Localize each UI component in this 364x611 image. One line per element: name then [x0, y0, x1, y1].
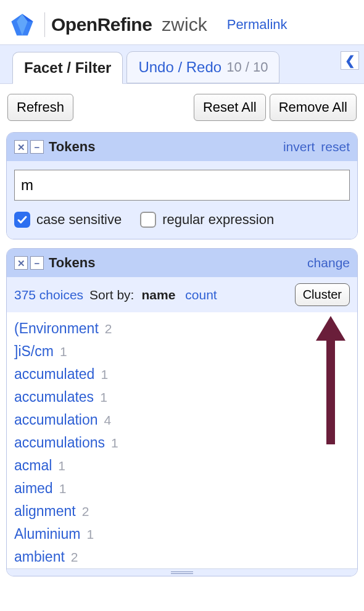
facet-title: Tokens — [49, 255, 95, 271]
facet-header: ✕ − Tokens change — [7, 249, 357, 277]
choice-label[interactable]: accumulated — [14, 366, 94, 383]
choice-label[interactable]: accumulation — [14, 412, 98, 428]
list-item: accumulated1 — [14, 363, 350, 386]
text-filter-body: case sensitive regular expression — [7, 161, 357, 239]
undo-redo-count: 10 / 10 — [226, 59, 268, 75]
vertical-divider — [44, 12, 45, 37]
minus-icon: − — [35, 259, 40, 268]
checkbox-label: case sensitive — [36, 212, 122, 228]
permalink-link[interactable]: Permalink — [227, 17, 287, 33]
list-item: accumulations1 — [14, 431, 350, 454]
choice-label[interactable]: aimed — [14, 480, 53, 497]
checkbox-label: regular expression — [162, 212, 274, 228]
list-item: ambient2 — [14, 546, 350, 568]
facet-title: Tokens — [49, 139, 95, 155]
choice-count: 2 — [71, 550, 78, 565]
close-facet-button[interactable]: ✕ — [14, 140, 28, 154]
brand-name: OpenRefine — [51, 14, 152, 35]
choice-label[interactable]: acmal — [14, 457, 52, 474]
project-name: zwick — [162, 14, 207, 35]
choice-count: 1 — [58, 459, 65, 473]
choices-count-link[interactable]: 375 choices — [14, 288, 83, 302]
choice-count: 4 — [104, 413, 112, 428]
facet-actions-row: Refresh Reset All Remove All — [0, 84, 364, 128]
list-item: (Environment2 — [14, 317, 350, 340]
tab-facet-filter[interactable]: Facet / Filter — [12, 52, 123, 84]
chevron-left-icon: ❮ — [345, 53, 355, 68]
case-sensitive-checkbox[interactable]: case sensitive — [14, 212, 122, 228]
choice-count: 1 — [60, 344, 67, 359]
filter-text-input[interactable] — [21, 177, 343, 194]
list-facet-controls: 375 choices Sort by: name count Cluster — [7, 277, 357, 312]
facet-header: ✕ − Tokens invert reset — [7, 133, 357, 161]
choice-count: 1 — [59, 481, 67, 496]
tab-label: Facet / Filter — [24, 59, 111, 77]
checkbox-icon — [140, 212, 156, 228]
list-item: acmal1 — [14, 454, 350, 477]
regex-checkbox[interactable]: regular expression — [140, 212, 274, 228]
choice-label[interactable]: accumulations — [14, 434, 105, 451]
sort-by-name[interactable]: name — [141, 288, 175, 302]
checkbox-icon — [14, 212, 30, 228]
remove-all-button[interactable]: Remove All — [270, 94, 357, 121]
sort-by-count[interactable]: count — [185, 288, 217, 302]
change-link[interactable]: change — [307, 256, 350, 270]
list-item: Aluminium1 — [14, 523, 350, 546]
refresh-button[interactable]: Refresh — [7, 94, 73, 121]
choice-count: 1 — [100, 390, 107, 405]
close-icon: ✕ — [17, 259, 25, 268]
list-item: accumulation4 — [14, 409, 350, 431]
minimize-facet-button[interactable]: − — [30, 256, 44, 270]
text-filter-facet: ✕ − Tokens invert reset case sensitive r… — [6, 132, 358, 239]
choice-count: 1 — [111, 436, 118, 451]
choice-count: 1 — [86, 527, 94, 542]
reset-all-button[interactable]: Reset All — [194, 94, 266, 121]
diamond-logo-icon — [9, 11, 36, 38]
close-facet-button[interactable]: ✕ — [14, 256, 28, 270]
list-facet: ✕ − Tokens change 375 choices Sort by: n… — [6, 248, 358, 576]
list-item: aimed1 — [14, 477, 350, 500]
reset-link[interactable]: reset — [321, 139, 350, 154]
minus-icon: − — [35, 143, 40, 152]
list-item: accumulates1 — [14, 386, 350, 409]
collapse-panel-button[interactable]: ❮ — [341, 51, 359, 70]
tab-label: Undo / Redo — [138, 59, 221, 76]
sort-by-label: Sort by: — [89, 288, 134, 302]
choice-label[interactable]: ]iS/cm — [14, 343, 54, 360]
tab-bar: Facet / Filter Undo / Redo 10 / 10 ❮ — [0, 44, 364, 84]
list-item: alignment2 — [14, 500, 350, 523]
choice-label[interactable]: (Environment — [14, 320, 99, 337]
invert-link[interactable]: invert — [283, 139, 315, 154]
choice-count: 2 — [105, 322, 112, 336]
app-header: OpenRefine zwick Permalink — [0, 0, 364, 44]
minimize-facet-button[interactable]: − — [30, 140, 44, 154]
cluster-button[interactable]: Cluster — [295, 283, 350, 306]
choice-list: (Environment2]iS/cm1accumulated1accumula… — [7, 312, 357, 568]
close-icon: ✕ — [17, 143, 25, 152]
choice-count: 1 — [101, 367, 108, 382]
choice-label[interactable]: alignment — [14, 503, 76, 520]
choice-label[interactable]: accumulates — [14, 389, 94, 405]
choice-label[interactable]: ambient — [14, 549, 65, 565]
facet-resize-handle[interactable] — [7, 568, 357, 576]
list-item: ]iS/cm1 — [14, 340, 350, 363]
resize-grip-icon — [171, 572, 193, 574]
choice-count: 2 — [82, 504, 89, 519]
tab-undo-redo[interactable]: Undo / Redo 10 / 10 — [126, 51, 279, 83]
choice-label[interactable]: Aluminium — [14, 526, 80, 542]
filter-input-wrapper — [14, 170, 350, 201]
